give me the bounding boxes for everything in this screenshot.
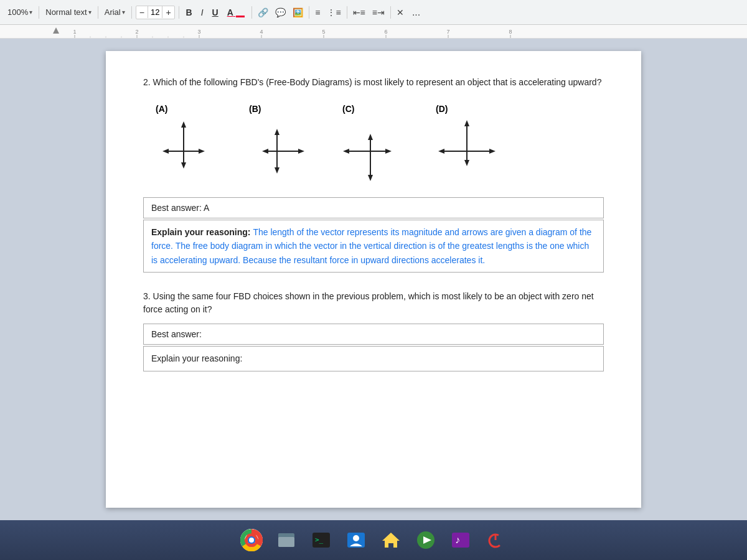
bold-button[interactable]: B bbox=[183, 6, 195, 19]
explanation-2-box: Explain your reasoning: The length of th… bbox=[143, 220, 604, 273]
fbd-diagrams: (A) (B) bbox=[156, 104, 604, 182]
fbd-D-label: (D) bbox=[436, 104, 448, 114]
svg-text:5: 5 bbox=[322, 29, 325, 35]
best-answer-2-label: Best answer: A bbox=[151, 203, 209, 213]
underline-button[interactable]: U bbox=[209, 6, 222, 19]
svg-marker-38 bbox=[298, 149, 304, 154]
divider-1 bbox=[39, 6, 39, 19]
fbd-A-label: (A) bbox=[156, 104, 167, 114]
taskbar: >_ ♪ bbox=[0, 520, 747, 560]
svg-text:2: 2 bbox=[135, 29, 138, 35]
text-color-button[interactable]: A bbox=[224, 6, 248, 19]
taskbar-power-icon[interactable] bbox=[482, 526, 509, 554]
font-size-increase[interactable]: + bbox=[162, 6, 174, 19]
style-chevron: ▾ bbox=[88, 9, 92, 16]
link-icon[interactable]: 🔗 bbox=[255, 6, 271, 19]
svg-marker-36 bbox=[262, 149, 268, 154]
more-options-button[interactable]: ... bbox=[408, 6, 424, 19]
comment-icon[interactable]: 💬 bbox=[273, 6, 288, 19]
question-2-block: 2. Which of the following FBD's (Free-Bo… bbox=[143, 76, 604, 89]
explanation-3-label: Explain your reasoning: bbox=[151, 353, 242, 363]
svg-marker-66 bbox=[382, 533, 400, 548]
question-2-number: 2. bbox=[143, 77, 153, 87]
svg-rect-60 bbox=[278, 537, 294, 547]
taskbar-home-icon[interactable] bbox=[377, 526, 405, 554]
image-icon[interactable]: 🖼️ bbox=[290, 6, 306, 19]
taskbar-music-icon[interactable]: ♪ bbox=[447, 526, 474, 554]
fbd-D-svg bbox=[436, 120, 498, 182]
svg-marker-24 bbox=[181, 121, 186, 128]
divider-4 bbox=[179, 6, 179, 19]
toolbar-icons: 🔗 💬 🖼️ ≡ ⋮≡ ⇤≡ ≡⇥ ✕ ... bbox=[250, 6, 424, 19]
question-2-text: Which of the following FBD's (Free-Body … bbox=[153, 77, 602, 87]
fbd-B: (B) bbox=[249, 104, 305, 182]
fbd-C-svg bbox=[342, 120, 398, 182]
divider-3 bbox=[131, 6, 132, 19]
style-value: Normal text bbox=[45, 7, 87, 17]
document-page: 2. Which of the following FBD's (Free-Bo… bbox=[106, 51, 641, 508]
explanation-3-box: Explain your reasoning: bbox=[143, 346, 604, 371]
svg-text:6: 6 bbox=[384, 29, 387, 35]
taskbar-terminal-icon[interactable]: >_ bbox=[308, 526, 335, 554]
indent-right-icon[interactable]: ≡⇥ bbox=[370, 6, 387, 19]
fbd-A-svg bbox=[156, 120, 212, 182]
svg-marker-52 bbox=[438, 149, 444, 154]
fbd-B-svg bbox=[249, 120, 305, 182]
question-3-block: 3. Using the same four FBD choices shown… bbox=[143, 290, 604, 316]
numbered-list-icon[interactable]: ⋮≡ bbox=[324, 6, 343, 19]
fbd-B-label: (B) bbox=[249, 104, 261, 114]
ruler: 1 2 3 4 5 6 7 8 bbox=[0, 25, 747, 39]
svg-marker-44 bbox=[343, 149, 349, 154]
zoom-value: 100% bbox=[7, 7, 28, 17]
svg-text:3: 3 bbox=[197, 29, 200, 35]
svg-marker-48 bbox=[464, 120, 469, 126]
style-selector[interactable]: Normal text ▾ bbox=[43, 6, 93, 18]
best-answer-2-box: Best answer: A bbox=[143, 197, 604, 218]
question-3-number: 3. bbox=[143, 291, 153, 301]
svg-text:4: 4 bbox=[260, 29, 263, 35]
fbd-C-label: (C) bbox=[342, 104, 354, 114]
divider-5 bbox=[251, 6, 252, 19]
font-chevron: ▾ bbox=[122, 9, 125, 16]
svg-point-58 bbox=[249, 538, 254, 543]
best-answer-3-label: Best answer: bbox=[151, 329, 202, 339]
fbd-C: (C) bbox=[342, 104, 398, 182]
svg-text:♪: ♪ bbox=[455, 534, 460, 545]
taskbar-chrome-icon[interactable] bbox=[238, 526, 265, 554]
zoom-selector[interactable]: 100% ▾ bbox=[5, 6, 35, 18]
font-value: Arial bbox=[105, 7, 121, 17]
divider-6 bbox=[309, 6, 309, 19]
divider-2 bbox=[98, 6, 98, 19]
svg-marker-26 bbox=[181, 162, 186, 169]
explanation-2-bold-label: Explain your reasoning: bbox=[151, 227, 253, 237]
list-icon[interactable]: ≡ bbox=[312, 6, 322, 19]
font-size-decrease[interactable]: − bbox=[136, 6, 148, 19]
svg-marker-50 bbox=[464, 160, 469, 166]
clear-format-icon[interactable]: ✕ bbox=[394, 6, 406, 19]
svg-marker-54 bbox=[489, 149, 496, 154]
zoom-chevron: ▾ bbox=[29, 9, 32, 16]
svg-text:>_: >_ bbox=[315, 536, 324, 544]
italic-button[interactable]: I bbox=[198, 6, 207, 19]
best-answer-3-box: Best answer: bbox=[143, 324, 604, 345]
taskbar-files-icon[interactable] bbox=[273, 526, 300, 554]
question-3-text: Using the same four FBD choices shown in… bbox=[143, 291, 594, 314]
divider-7 bbox=[347, 6, 347, 19]
svg-text:8: 8 bbox=[509, 29, 512, 35]
svg-marker-46 bbox=[385, 149, 392, 154]
svg-text:7: 7 bbox=[446, 29, 449, 35]
font-size-box: − 12 + bbox=[136, 6, 175, 19]
svg-marker-34 bbox=[275, 167, 280, 174]
font-size-value: 12 bbox=[148, 6, 162, 18]
ruler-marker[interactable] bbox=[53, 27, 59, 34]
svg-marker-40 bbox=[368, 134, 373, 140]
divider-8 bbox=[390, 6, 391, 19]
svg-marker-42 bbox=[368, 175, 373, 181]
svg-marker-32 bbox=[275, 129, 280, 135]
taskbar-contacts-icon[interactable] bbox=[342, 526, 370, 554]
content-area[interactable]: 2. Which of the following FBD's (Free-Bo… bbox=[0, 39, 747, 520]
indent-left-icon[interactable]: ⇤≡ bbox=[350, 6, 368, 19]
taskbar-media-icon[interactable] bbox=[412, 526, 439, 554]
font-selector[interactable]: Arial ▾ bbox=[102, 6, 128, 18]
svg-point-65 bbox=[353, 535, 359, 541]
